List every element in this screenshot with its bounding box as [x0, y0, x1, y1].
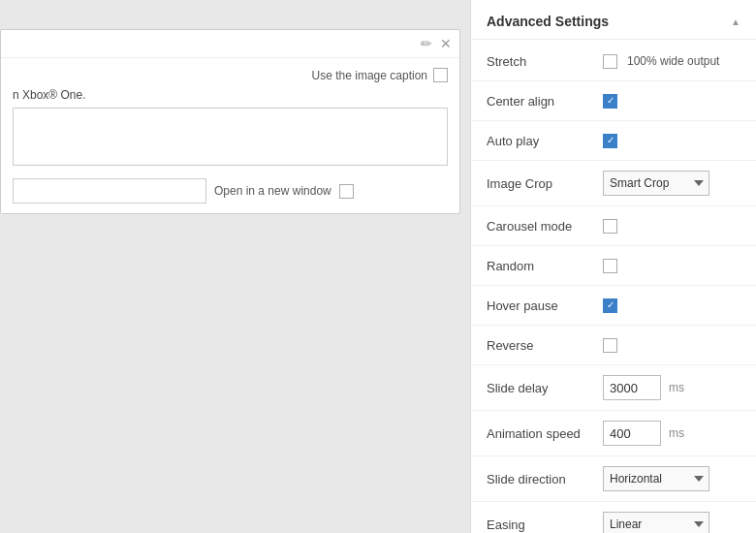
- checkbox-auto_play[interactable]: [603, 134, 617, 148]
- divider-7: [471, 364, 756, 365]
- checkbox-hover_pause[interactable]: [603, 298, 617, 313]
- divider-1: [471, 120, 756, 121]
- panel-title: Advanced Settings: [487, 14, 609, 29]
- setting-row-animation_speed: Animation speedms: [471, 413, 756, 454]
- unit-animation_speed: ms: [669, 426, 684, 440]
- divider-9: [471, 455, 756, 456]
- label-hover_pause: Hover pause: [487, 298, 603, 313]
- card-body: Use the image caption n Xbox® One. Open …: [1, 58, 459, 213]
- label-reverse: Reverse: [487, 338, 603, 353]
- scroll-up-icon[interactable]: ▲: [731, 16, 740, 27]
- close-icon[interactable]: ✕: [440, 36, 452, 51]
- label-animation_speed: Animation speed: [487, 426, 603, 441]
- label-auto_play: Auto play: [487, 134, 603, 148]
- left-panel: ✏ ✕ Use the image caption n Xbox® One. O…: [0, 0, 470, 533]
- select-image_crop[interactable]: Smart CropNoneCenterTop: [603, 171, 709, 196]
- divider-6: [471, 325, 756, 326]
- control-slide_delay: ms: [603, 375, 740, 400]
- label-image_crop: Image Crop: [487, 176, 603, 191]
- settings-list: Stretch100% wide outputCenter alignAuto …: [471, 40, 756, 533]
- setting-row-easing: EasingLinearSwingeaseInOut: [471, 504, 756, 533]
- divider-3: [471, 205, 756, 206]
- label-slide_direction: Slide direction: [487, 472, 603, 486]
- link-input[interactable]: [13, 178, 206, 204]
- control-image_crop: Smart CropNoneCenterTop: [603, 171, 740, 196]
- divider-0: [471, 80, 756, 81]
- number-input-slide_delay[interactable]: [603, 375, 661, 400]
- control-hover_pause: [603, 298, 740, 313]
- control-center_align: [603, 94, 740, 109]
- setting-row-center_align: Center align: [471, 83, 756, 118]
- control-auto_play: [603, 134, 740, 148]
- checkbox-reverse[interactable]: [603, 338, 617, 353]
- select-slide_direction[interactable]: HorizontalVertical: [603, 466, 709, 491]
- control-animation_speed: ms: [603, 421, 740, 446]
- divider-10: [471, 501, 756, 502]
- link-row: Open in a new window: [13, 178, 448, 204]
- caption-textarea[interactable]: [13, 108, 448, 166]
- setting-row-image_crop: Image CropSmart CropNoneCenterTop: [471, 163, 756, 204]
- open-window-checkbox[interactable]: [339, 184, 354, 199]
- text-area-wrapper: n Xbox® One.: [13, 88, 448, 169]
- setting-row-slide_delay: Slide delayms: [471, 367, 756, 408]
- caption-label: Use the image caption: [312, 69, 427, 82]
- divider-4: [471, 245, 756, 246]
- setting-row-slide_direction: Slide directionHorizontalVertical: [471, 458, 756, 499]
- label-easing: Easing: [487, 517, 603, 532]
- divider-8: [471, 410, 756, 411]
- setting-row-reverse: Reverse: [471, 328, 756, 362]
- checkbox-carousel_mode[interactable]: [603, 219, 617, 234]
- control-stretch: 100% wide output: [603, 54, 740, 69]
- number-input-animation_speed[interactable]: [603, 421, 661, 446]
- setting-row-stretch: Stretch100% wide output: [471, 44, 756, 78]
- checkbox-random[interactable]: [603, 259, 617, 273]
- control-easing: LinearSwingeaseInOut: [603, 512, 740, 533]
- extra-text-stretch: 100% wide output: [627, 54, 719, 68]
- divider-5: [471, 285, 756, 286]
- panel-header: Advanced Settings ▲: [471, 0, 756, 40]
- label-stretch: Stretch: [487, 54, 603, 69]
- checkbox-center_align[interactable]: [603, 94, 617, 109]
- left-card: ✏ ✕ Use the image caption n Xbox® One. O…: [0, 29, 460, 214]
- checkbox-stretch[interactable]: [603, 54, 617, 69]
- control-reverse: [603, 338, 740, 353]
- select-easing[interactable]: LinearSwingeaseInOut: [603, 512, 709, 533]
- label-random: Random: [487, 259, 603, 273]
- control-slide_direction: HorizontalVertical: [603, 466, 740, 491]
- setting-row-carousel_mode: Carousel mode: [471, 208, 756, 243]
- setting-row-hover_pause: Hover pause: [471, 288, 756, 323]
- unit-slide_delay: ms: [669, 381, 684, 394]
- control-carousel_mode: [603, 219, 740, 234]
- label-carousel_mode: Carousel mode: [487, 219, 603, 234]
- xbox-text: n Xbox® One.: [13, 88, 448, 102]
- label-slide_delay: Slide delay: [487, 381, 603, 395]
- control-random: [603, 259, 740, 273]
- divider-2: [471, 160, 756, 161]
- card-header: ✏ ✕: [1, 30, 459, 58]
- setting-row-random: Random: [471, 248, 756, 283]
- caption-checkbox[interactable]: [433, 68, 448, 82]
- caption-row: Use the image caption: [13, 68, 448, 82]
- open-window-label: Open in a new window: [214, 184, 331, 198]
- edit-icon[interactable]: ✏: [421, 36, 432, 51]
- right-panel: Advanced Settings ▲ Stretch100% wide out…: [470, 0, 756, 533]
- label-center_align: Center align: [487, 94, 603, 109]
- setting-row-auto_play: Auto play: [471, 123, 756, 158]
